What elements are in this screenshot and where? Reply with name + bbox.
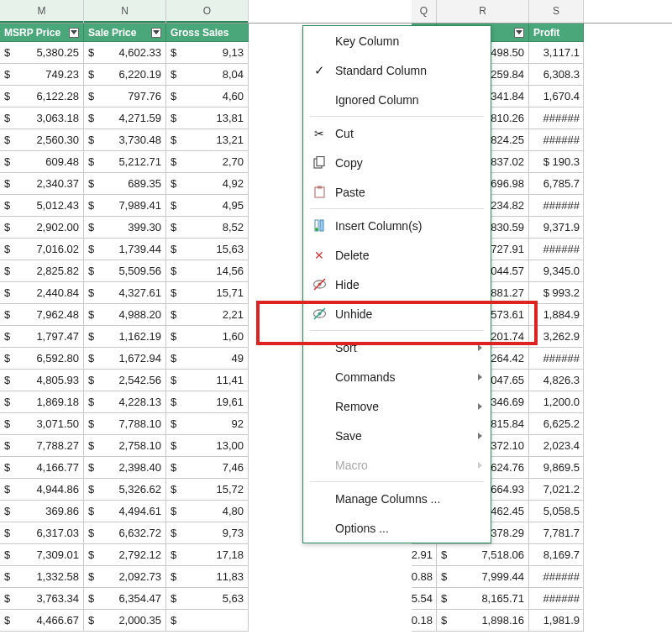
cell[interactable]: $3,730.48 [84,129,166,151]
cell[interactable]: $7,518.06 [437,544,529,566]
cell[interactable]: $1,60 [166,326,249,348]
menu-delete[interactable]: ✕Delete [303,240,491,270]
cell[interactable]: $4,80 [166,501,249,522]
menu-copy[interactable]: Copy [303,148,491,177]
col-letter-O[interactable]: O [166,0,249,23]
cell[interactable]: $3,763.34 [0,588,84,610]
cell[interactable]: $5,326.62 [84,479,166,501]
cell[interactable]: $1,898.16 [437,610,529,632]
header-gross-sales[interactable]: Gross Sales [166,24,249,42]
cell[interactable]: $13,21 [166,129,249,151]
cell[interactable]: $4,271.59 [84,108,166,129]
cell[interactable]: $7,016.02 [0,239,84,260]
cell[interactable]: ###### [529,348,584,370]
header-profit[interactable]: Profit [529,24,584,42]
cell[interactable]: $1,797.47 [0,326,84,348]
cell[interactable]: $5,212.71 [84,151,166,173]
cell[interactable]: $4,228.13 [84,391,166,413]
cell[interactable]: $6,220.19 [84,64,166,86]
cell[interactable]: 1,670.4 [529,86,584,108]
cell[interactable]: $4,988.20 [84,304,166,326]
menu-paste[interactable]: Paste [303,177,491,207]
col-letter-S[interactable]: S [529,0,584,23]
cell[interactable]: $7,999.44 [437,566,529,588]
cell[interactable]: $797.76 [84,86,166,108]
cell[interactable]: $2,440.84 [0,282,84,304]
cell[interactable]: $2,560.30 [0,129,84,151]
menu-standard-column[interactable]: ✓Standard Column [303,55,491,85]
cell[interactable]: $8,165.71 [437,588,529,610]
menu-insert-columns[interactable]: Insert Column(s) [303,211,491,240]
cell[interactable]: $4,944.86 [0,479,84,501]
cell[interactable]: $19,61 [166,391,249,413]
cell[interactable]: $9,73 [166,522,249,544]
cell[interactable]: $2,092.73 [84,566,166,588]
cell[interactable]: $17,18 [166,544,249,566]
cell[interactable]: $6,592.80 [0,348,84,370]
cell[interactable]: 9,345.0 [529,260,584,282]
cell[interactable]: 3,262.9 [529,326,584,348]
cell[interactable]: $13,00 [166,435,249,457]
col-letter-M[interactable]: M [0,0,84,23]
menu-remove[interactable]: Remove [303,391,491,421]
cell[interactable]: 3,117.1 [529,42,584,64]
cell[interactable]: $8,04 [166,64,249,86]
cell[interactable]: $4,494.61 [84,501,166,522]
cell[interactable]: $4,166.77 [0,457,84,479]
cell[interactable]: $6,317.03 [0,522,84,544]
cell[interactable]: 9,371.9 [529,217,584,239]
cell[interactable]: $2,398.40 [84,457,166,479]
cell[interactable]: $1,869.18 [0,391,84,413]
menu-key-column[interactable]: Key Column [303,26,491,55]
menu-manage-columns[interactable]: Manage Columns ... [303,484,491,513]
filter-icon[interactable] [514,28,524,38]
col-letter-Q[interactable]: Q [412,0,437,23]
cell[interactable]: 7,781.7 [529,522,584,544]
cell[interactable]: 440.18 [412,610,437,632]
cell[interactable]: $3,071.50 [0,413,84,435]
cell[interactable]: $2,21 [166,304,249,326]
cell[interactable]: $6,122.28 [0,86,84,108]
cell[interactable]: $5,63 [166,588,249,610]
cell[interactable]: $11,41 [166,370,249,391]
cell[interactable]: 7,021.2 [529,479,584,501]
cell[interactable]: 6,308.3 [529,64,584,86]
cell[interactable]: $4,95 [166,195,249,217]
cell[interactable]: 6,625.2 [529,413,584,435]
cell[interactable]: $369.86 [0,501,84,522]
cell[interactable]: $609.48 [0,151,84,173]
header-msrp-price[interactable]: MSRP Price [0,24,84,42]
cell[interactable]: $14,56 [166,260,249,282]
cell[interactable]: $7,309.01 [0,544,84,566]
filter-icon[interactable] [151,28,161,38]
cell[interactable]: $4,805.93 [0,370,84,391]
col-letter-N[interactable]: N [84,0,166,23]
cell[interactable]: $749.23 [0,64,84,86]
cell[interactable]: 4,826.3 [529,370,584,391]
cell[interactable]: $15,71 [166,282,249,304]
cell[interactable]: ###### [529,588,584,610]
cell[interactable]: $7,788.27 [0,435,84,457]
cell[interactable]: $1,739.44 [84,239,166,260]
cell[interactable]: $7,989.41 [84,195,166,217]
cell[interactable]: $2,542.56 [84,370,166,391]
cell[interactable]: $7,46 [166,457,249,479]
cell[interactable]: ###### [529,129,584,151]
cell[interactable]: $2,902.00 [0,217,84,239]
cell[interactable]: $6,632.72 [84,522,166,544]
cell[interactable]: $399.30 [84,217,166,239]
cell[interactable]: $2,825.82 [0,260,84,282]
menu-commands[interactable]: Commands [303,362,491,391]
cell[interactable]: $5,509.56 [84,260,166,282]
cell[interactable]: ###### [529,566,584,588]
cell[interactable]: $2,340.37 [0,173,84,195]
cell[interactable]: $7,788.10 [84,413,166,435]
cell[interactable]: 5,058.5 [529,501,584,522]
cell[interactable]: 0.88 [412,566,437,588]
menu-hide[interactable]: Hide [303,270,491,299]
menu-ignored-column[interactable]: Ignored Column [303,85,491,114]
cell[interactable]: $2,70 [166,151,249,173]
cell[interactable]: ###### [529,108,584,129]
cell[interactable]: $ 993.2 [529,282,584,304]
menu-sort[interactable]: Sort [303,333,491,362]
